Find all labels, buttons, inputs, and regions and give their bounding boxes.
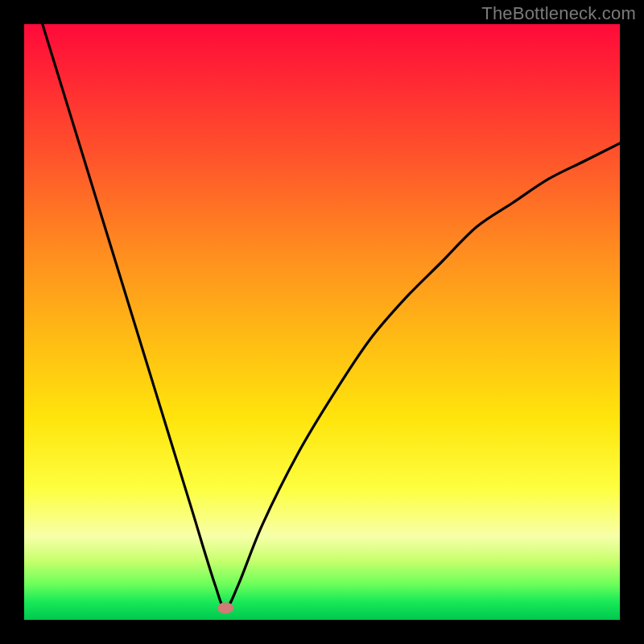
watermark-text: TheBottleneck.com [481,3,636,24]
chart-frame: TheBottleneck.com [0,0,644,644]
bottleneck-curve [24,24,620,608]
plot-area [24,24,620,620]
curve-svg [24,24,620,620]
minimum-marker [217,602,233,613]
